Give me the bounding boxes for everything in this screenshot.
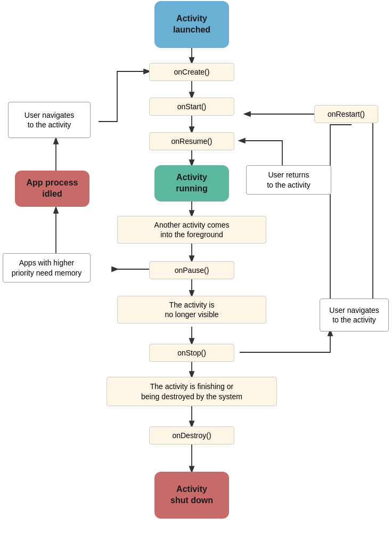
app-process-idled-node: App process idled bbox=[15, 171, 89, 207]
on-create-node: onCreate() bbox=[149, 63, 234, 81]
no-longer-visible-node: The activity is no longer visible bbox=[117, 296, 266, 324]
on-destroy-node: onDestroy() bbox=[149, 426, 234, 445]
on-stop-node: onStop() bbox=[149, 344, 234, 362]
user-navigates-bottom-node: User navigates to the activity bbox=[320, 298, 389, 332]
on-pause-node: onPause() bbox=[149, 261, 234, 279]
apps-higher-priority-node: Apps with higher priority need memory bbox=[3, 253, 91, 282]
on-resume-node: onResume() bbox=[149, 132, 234, 150]
on-start-node: onStart() bbox=[149, 98, 234, 116]
activity-launched-node: Activity launched bbox=[154, 1, 229, 48]
user-returns-node: User returns to the activity bbox=[246, 165, 331, 195]
another-activity-node: Another activity comes into the foregrou… bbox=[117, 216, 266, 244]
user-navigates-top-node: User navigates to the activity bbox=[8, 102, 91, 138]
activity-running-node: Activity running bbox=[154, 165, 229, 201]
activity-lifecycle-diagram: Activity launched onCreate() onStart() o… bbox=[0, 0, 392, 533]
on-restart-node: onRestart() bbox=[314, 105, 378, 123]
finishing-node: The activity is finishing or being destr… bbox=[107, 377, 277, 406]
activity-shutdown-node: Activity shut down bbox=[154, 472, 229, 519]
